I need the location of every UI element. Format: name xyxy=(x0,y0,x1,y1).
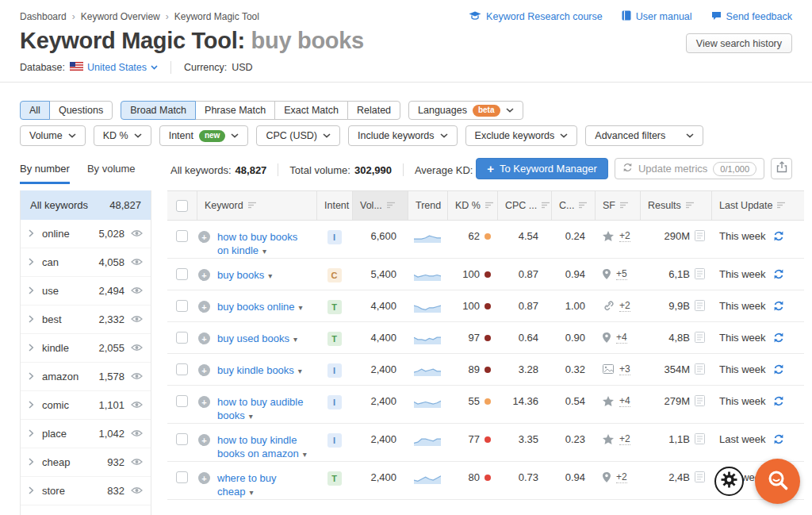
cpc-filter-dropdown[interactable]: CPC (USD) xyxy=(256,125,340,146)
refresh-icon[interactable] xyxy=(773,268,784,282)
column-header[interactable]: KD % xyxy=(447,191,497,220)
sidebar-group-item[interactable]: kindle 2,055 xyxy=(21,334,151,363)
eye-icon[interactable] xyxy=(131,256,143,268)
eye-icon[interactable] xyxy=(131,456,143,468)
keyword-dropdown-icon[interactable] xyxy=(299,303,303,312)
export-button[interactable] xyxy=(771,158,792,179)
sidebar-all-keywords[interactable]: All keywords 48,827 xyxy=(21,190,151,220)
sidebar-group-item[interactable]: cheap 932 xyxy=(21,448,151,477)
row-checkbox[interactable] xyxy=(176,332,188,344)
refresh-icon[interactable] xyxy=(773,332,784,345)
keyword-link[interactable]: how to buy books on kindle xyxy=(217,231,297,256)
view-search-history-button[interactable]: View search history xyxy=(686,33,792,53)
refresh-icon[interactable] xyxy=(773,300,784,313)
select-all-checkbox[interactable] xyxy=(176,200,188,212)
add-keyword-icon[interactable] xyxy=(198,301,210,313)
row-checkbox[interactable] xyxy=(176,433,188,445)
keyword-dropdown-icon[interactable] xyxy=(262,247,266,256)
tab-exact-match[interactable]: Exact Match xyxy=(274,101,348,120)
sidebar-group-item[interactable]: comic 1,101 xyxy=(21,391,151,420)
sidebar-group-item[interactable]: use 2,494 xyxy=(21,277,151,306)
tab-phrase-match[interactable]: Phrase Match xyxy=(195,101,275,120)
sidebar-group-item[interactable]: amazon 1,578 xyxy=(21,363,151,391)
eye-icon[interactable] xyxy=(131,485,143,497)
database-selector[interactable]: United States xyxy=(70,62,158,73)
row-checkbox[interactable] xyxy=(176,395,188,407)
user-manual-link[interactable]: User manual xyxy=(622,10,692,23)
keyword-dropdown-icon[interactable] xyxy=(249,412,253,421)
eye-icon[interactable] xyxy=(131,399,143,411)
add-keyword-icon[interactable] xyxy=(198,364,210,376)
keyword-link[interactable]: how to buy audible books xyxy=(217,396,303,421)
breadcrumb-keyword-magic-tool[interactable]: Keyword Magic Tool xyxy=(174,11,259,22)
tab-by-volume[interactable]: By volume xyxy=(87,163,136,184)
add-keyword-icon[interactable] xyxy=(198,269,210,281)
volume-filter-dropdown[interactable]: Volume xyxy=(20,125,86,146)
add-keyword-icon[interactable] xyxy=(198,472,210,484)
column-header[interactable]: Intent xyxy=(316,191,352,220)
row-checkbox[interactable] xyxy=(176,300,188,312)
sidebar-group-item[interactable]: can 4,058 xyxy=(21,248,151,277)
keyword-dropdown-icon[interactable] xyxy=(268,271,272,280)
row-checkbox[interactable] xyxy=(176,471,188,483)
refresh-icon[interactable] xyxy=(773,230,784,244)
advanced-filters-dropdown[interactable]: Advanced filters xyxy=(585,125,703,146)
update-metrics-button[interactable]: Update metrics 0/1,000 xyxy=(615,158,764,179)
serp-features-more[interactable]: +2 xyxy=(619,230,630,242)
eye-icon[interactable] xyxy=(131,285,143,297)
column-header[interactable]: Results xyxy=(640,191,711,220)
keyword-link[interactable]: buy books online xyxy=(217,301,295,313)
tab-all[interactable]: All xyxy=(20,101,50,120)
sidebar-group-item[interactable]: place 1,042 xyxy=(21,420,151,448)
column-header[interactable]: Trend xyxy=(408,191,447,220)
eye-icon[interactable] xyxy=(131,228,143,240)
kd-filter-dropdown[interactable]: KD % xyxy=(94,125,151,146)
column-header[interactable]: SF xyxy=(595,191,640,220)
eye-icon[interactable] xyxy=(131,428,143,440)
column-header[interactable]: C... xyxy=(551,191,595,220)
serp-features-more[interactable]: +5 xyxy=(616,268,627,280)
breadcrumb-dashboard[interactable]: Dashboard xyxy=(20,11,75,22)
column-header[interactable]: Last Update xyxy=(711,191,804,220)
keyword-link[interactable]: buy books xyxy=(217,269,264,281)
exclude-keywords-dropdown[interactable]: Exclude keywords xyxy=(465,125,578,146)
settings-fab[interactable] xyxy=(714,467,744,496)
tab-related[interactable]: Related xyxy=(347,101,400,120)
intent-filter-dropdown[interactable]: Intentnew xyxy=(159,125,249,146)
row-checkbox[interactable] xyxy=(176,230,188,242)
include-keywords-dropdown[interactable]: Include keywords xyxy=(348,125,458,146)
breadcrumb-keyword-overview[interactable]: Keyword Overview xyxy=(81,11,169,22)
eye-icon[interactable] xyxy=(131,371,143,382)
add-keyword-icon[interactable] xyxy=(198,434,210,446)
send-feedback-link[interactable]: Send feedback xyxy=(711,11,792,23)
languages-dropdown[interactable]: Languages beta xyxy=(408,101,523,120)
keyword-dropdown-icon[interactable] xyxy=(249,488,253,497)
keyword-dropdown-icon[interactable] xyxy=(303,450,307,459)
sidebar-group-item[interactable]: best 2,332 xyxy=(21,306,151,334)
serp-features-more[interactable]: +2 xyxy=(619,300,630,312)
keyword-dropdown-icon[interactable] xyxy=(293,335,297,344)
keyword-research-course-link[interactable]: Keyword Research course xyxy=(469,11,603,23)
column-header[interactable]: Keyword xyxy=(197,191,316,220)
add-keyword-icon[interactable] xyxy=(198,396,210,408)
row-checkbox[interactable] xyxy=(176,363,188,375)
refresh-icon[interactable] xyxy=(773,433,784,447)
column-header[interactable]: CPC ... xyxy=(497,191,551,220)
add-keyword-icon[interactable] xyxy=(198,231,210,243)
sidebar-group-item[interactable]: online 5,028 xyxy=(21,220,151,248)
keyword-link[interactable]: buy kindle books xyxy=(217,364,294,376)
row-checkbox[interactable] xyxy=(176,268,188,280)
eye-icon[interactable] xyxy=(131,313,143,325)
column-header[interactable]: Vol... xyxy=(352,191,408,220)
to-keyword-manager-button[interactable]: To Keyword Manager xyxy=(476,158,608,179)
refresh-icon[interactable] xyxy=(773,395,784,409)
keyword-link[interactable]: how to buy kindle books on amazon xyxy=(217,434,299,459)
serp-features-more[interactable]: +3 xyxy=(619,363,630,375)
sidebar-group-item[interactable]: store 832 xyxy=(21,477,151,505)
refresh-icon[interactable] xyxy=(773,363,784,377)
serp-features-more[interactable]: +2 xyxy=(616,471,627,483)
tab-by-number[interactable]: By number xyxy=(20,163,70,184)
keyword-link[interactable]: buy used books xyxy=(217,332,289,344)
keyword-link[interactable]: where to buy cheap xyxy=(217,472,276,498)
serp-features-more[interactable]: +4 xyxy=(616,332,627,344)
